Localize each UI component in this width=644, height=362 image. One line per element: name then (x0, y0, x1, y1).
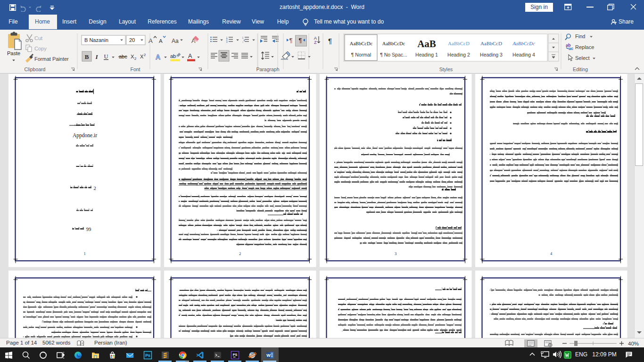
svg-text:AaB: AaB (417, 38, 436, 49)
svg-text:¶: ¶ (289, 37, 293, 44)
svg-text:Heading 2: Heading 2 (447, 52, 470, 58)
svg-text:3: 3 (226, 41, 227, 43)
svg-text:ac: ac (569, 46, 573, 51)
svg-text:2: 2 (134, 57, 136, 61)
svg-text:AaBbCcDc: AaBbCcDc (382, 41, 405, 46)
svg-text:Heading 1: Heading 1 (415, 52, 438, 58)
svg-text:I: I (95, 53, 98, 60)
svg-text:Ps: Ps (145, 353, 150, 358)
svg-text:AaBbCcD: AaBbCcD (480, 41, 502, 46)
svg-text:Clipboard: Clipboard (25, 66, 46, 72)
svg-text:¶: ¶ (328, 37, 332, 45)
svg-text:3: 3 (395, 251, 396, 256)
svg-text:W: W (266, 353, 271, 358)
svg-text:Cut: Cut (34, 35, 42, 41)
svg-text:B: B (85, 53, 89, 60)
svg-text:PS: PS (232, 353, 237, 356)
svg-text:X: X (131, 54, 134, 59)
svg-text:ab: ab (170, 53, 176, 59)
svg-text:Select: Select (575, 55, 590, 61)
svg-text:AaBbCcDc: AaBbCcDc (512, 41, 535, 46)
svg-text:1: 1 (83, 251, 85, 256)
svg-text:Heading 3: Heading 3 (480, 52, 503, 58)
svg-text:i: i (242, 41, 243, 43)
svg-text:¶ Normal: ¶ Normal (351, 52, 371, 58)
svg-text:Replace: Replace (575, 44, 594, 50)
svg-text:A: A (159, 38, 163, 44)
svg-text:U: U (104, 53, 108, 60)
svg-text:Styles: Styles (439, 66, 453, 72)
svg-text:a: a (244, 39, 245, 41)
svg-text:A: A (149, 37, 153, 44)
svg-text:2: 2 (144, 53, 146, 57)
svg-text:Paragraph: Paragraph (256, 66, 279, 72)
svg-text:A: A (156, 53, 160, 61)
svg-text:Z: Z (314, 40, 317, 45)
svg-text:Heading 4: Heading 4 (512, 52, 535, 58)
svg-text:Paste: Paste (7, 50, 20, 56)
svg-text:2: 2 (93, 186, 96, 191)
svg-text:Copy: Copy (34, 46, 47, 51)
svg-text:A: A (188, 53, 192, 59)
svg-text:AaBbCcDc: AaBbCcDc (350, 41, 373, 46)
svg-text:Find: Find (575, 33, 585, 39)
svg-text:Appdone.ir: Appdone.ir (73, 132, 97, 139)
svg-text:¶ No Spac...: ¶ No Spac... (380, 52, 407, 58)
svg-text:40%: 40% (628, 341, 639, 346)
svg-text:AaBbCcD: AaBbCcD (448, 41, 470, 46)
svg-text:X: X (140, 54, 144, 59)
svg-text:99: 99 (86, 227, 91, 232)
svg-text:Format Painter: Format Painter (34, 56, 69, 62)
svg-text:Font: Font (130, 66, 140, 72)
svg-text:20: 20 (129, 37, 135, 43)
svg-text:B Nazanin: B Nazanin (84, 37, 108, 43)
svg-text:2: 2 (239, 251, 241, 256)
svg-text:¶: ¶ (299, 37, 302, 44)
svg-text:Aa: Aa (172, 38, 179, 44)
svg-text:Editing: Editing (573, 66, 588, 72)
